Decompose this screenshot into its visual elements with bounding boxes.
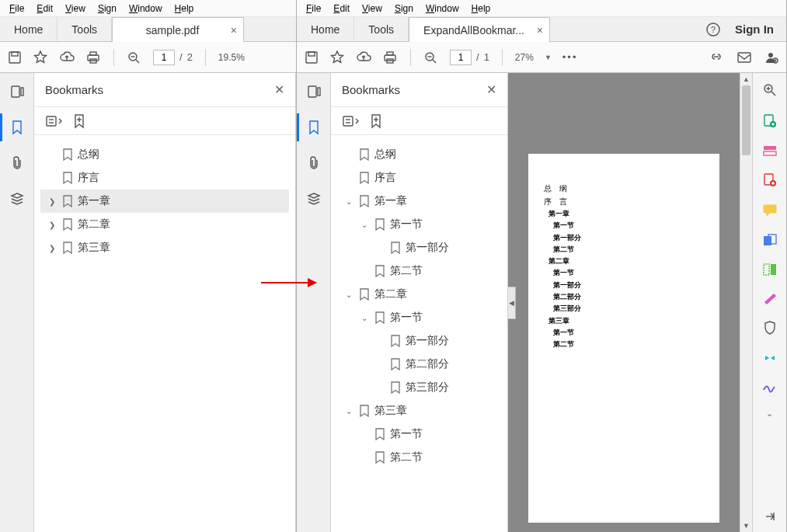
zoom-level[interactable]: 27% (515, 52, 534, 63)
bookmark-item[interactable]: ❯第一章 (40, 190, 289, 213)
menu-view[interactable]: View (59, 2, 92, 16)
layers-icon[interactable] (8, 190, 26, 208)
bookmark-item[interactable]: 序言 (337, 166, 501, 190)
help-icon[interactable]: ? (705, 22, 721, 37)
menu-file[interactable]: File (3, 2, 30, 16)
chevron-right-icon[interactable]: ❯ (47, 197, 57, 206)
zoom-out-icon[interactable] (423, 50, 439, 64)
menu-help[interactable]: Help (465, 2, 497, 16)
cloud-upload-icon[interactable] (356, 50, 371, 64)
zoom-out-icon[interactable] (127, 50, 142, 64)
signin-button[interactable]: Sign In (735, 23, 774, 36)
menu-file[interactable]: File (300, 2, 327, 16)
bookmark-item[interactable]: 第二部分 (337, 353, 501, 376)
thumbnails-icon[interactable] (305, 82, 323, 101)
chevron-down-icon[interactable]: ⌄ (343, 290, 354, 299)
bookmark-item[interactable]: 第三部分 (337, 376, 501, 399)
tab-document[interactable]: ExpandAllBookmar... × (409, 17, 550, 42)
share-person-icon[interactable] (764, 50, 778, 64)
comment-icon[interactable] (762, 203, 778, 217)
chevron-down-icon[interactable]: ⌄ (766, 409, 773, 419)
bookmark-item[interactable]: 第一节 (337, 422, 501, 446)
options-icon[interactable] (45, 114, 64, 128)
bookmark-item[interactable]: ❯第二章 (40, 213, 289, 236)
bookmark-item[interactable]: 第一部分 (337, 236, 501, 259)
print-icon[interactable] (85, 50, 101, 64)
new-bookmark-icon[interactable] (73, 113, 85, 129)
tab-home[interactable]: Home (297, 17, 354, 41)
menu-edit[interactable]: Edit (30, 2, 59, 16)
create-pdf-icon[interactable] (762, 144, 778, 157)
bookmark-item[interactable]: ⌄第二章 (337, 283, 501, 306)
bookmark-item[interactable]: ⌄第一章 (337, 190, 501, 213)
zoom-level[interactable]: 19.5% (218, 52, 245, 63)
bookmark-item[interactable]: 总纲 (40, 143, 289, 166)
bookmarks-icon[interactable] (8, 118, 26, 137)
share-link-icon[interactable] (709, 51, 724, 64)
save-icon[interactable] (8, 50, 22, 64)
menu-edit[interactable]: Edit (327, 2, 356, 16)
compress-icon[interactable] (762, 351, 778, 365)
tab-home[interactable]: Home (0, 17, 57, 41)
options-icon[interactable] (342, 114, 360, 128)
tab-document[interactable]: sample.pdf × (112, 17, 244, 42)
combine-icon[interactable] (762, 233, 778, 247)
bookmark-item[interactable]: ❯第三章 (40, 236, 289, 259)
protect-icon[interactable] (763, 320, 777, 336)
zoom-dropdown-icon[interactable]: ▼ (545, 54, 552, 61)
menu-window[interactable]: Window (123, 2, 169, 16)
menu-view[interactable]: View (356, 2, 388, 16)
close-icon[interactable]: × (537, 24, 543, 37)
close-icon[interactable]: × (231, 24, 237, 37)
scrollbar-vertical[interactable]: ▲ ▼ (740, 73, 752, 532)
chevron-down-icon[interactable]: ⌄ (359, 314, 370, 322)
menu-sign[interactable]: Sign (388, 2, 420, 16)
chevron-down-icon[interactable]: ⌄ (343, 197, 354, 206)
chevron-right-icon[interactable]: ❯ (47, 244, 57, 252)
bookmark-item[interactable]: 总纲 (337, 143, 501, 166)
bookmark-item[interactable]: 第二节 (337, 446, 501, 469)
menu-sign[interactable]: Sign (92, 2, 123, 16)
fill-sign-icon[interactable] (762, 381, 778, 393)
tab-tools[interactable]: Tools (57, 17, 112, 41)
chevron-down-icon[interactable]: ⌄ (343, 407, 354, 416)
scroll-thumb[interactable] (742, 85, 750, 155)
document-scroll[interactable]: 总 纲序 言第一章第一节第一部分第二节第二章第一节第一部分第二部分第三部分第三章… (508, 73, 740, 532)
star-icon[interactable] (329, 50, 345, 65)
collapse-rail-icon[interactable] (764, 510, 776, 523)
menu-help[interactable]: Help (169, 2, 200, 16)
bookmark-item[interactable]: 第一部分 (337, 329, 501, 353)
star-icon[interactable] (33, 50, 48, 65)
new-bookmark-icon[interactable] (370, 113, 382, 129)
menu-window[interactable]: Window (420, 2, 465, 16)
cloud-upload-icon[interactable] (59, 50, 75, 64)
bookmarks-icon[interactable] (305, 118, 323, 137)
bookmark-item[interactable]: ⌄第一节 (337, 213, 501, 236)
organize-icon[interactable] (762, 263, 778, 276)
export-pdf-icon[interactable] (762, 113, 778, 129)
more-icon[interactable]: ••• (562, 51, 578, 63)
attachments-icon[interactable] (305, 154, 323, 172)
collapse-left-icon[interactable]: ◀ (508, 287, 516, 319)
scroll-up-icon[interactable]: ▲ (740, 73, 752, 85)
redact-icon[interactable] (762, 292, 778, 304)
page-current-input[interactable] (450, 50, 472, 65)
bookmark-item[interactable]: 序言 (40, 166, 289, 190)
bookmark-item[interactable]: ⌄第一节 (337, 306, 501, 329)
close-panel-icon[interactable]: ✕ (274, 82, 284, 97)
print-icon[interactable] (382, 50, 398, 64)
scroll-down-icon[interactable]: ▼ (740, 520, 752, 532)
chevron-down-icon[interactable]: ⌄ (359, 221, 370, 229)
email-icon[interactable] (737, 51, 752, 64)
bookmark-item[interactable]: 第二节 (337, 259, 501, 283)
thumbnails-icon[interactable] (8, 82, 26, 101)
close-panel-icon[interactable]: ✕ (486, 82, 496, 97)
edit-pdf-icon[interactable] (762, 172, 778, 188)
tab-tools[interactable]: Tools (354, 17, 409, 41)
search-icon[interactable] (762, 82, 778, 98)
bookmark-item[interactable]: ⌄第三章 (337, 399, 501, 422)
chevron-right-icon[interactable]: ❯ (47, 221, 57, 229)
save-icon[interactable] (305, 50, 319, 64)
layers-icon[interactable] (305, 190, 323, 208)
attachments-icon[interactable] (8, 154, 26, 172)
